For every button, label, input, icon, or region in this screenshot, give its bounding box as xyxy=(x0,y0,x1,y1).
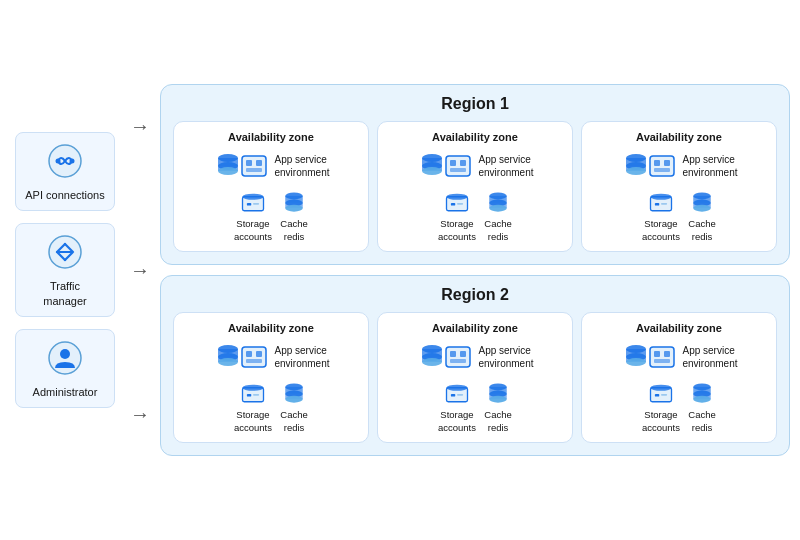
arrows-panel: → → → xyxy=(130,55,150,485)
svg-point-77 xyxy=(285,396,303,403)
region1-zone2-storage-label: Storageaccounts xyxy=(438,218,476,243)
region1-zone3-storage-label: Storageaccounts xyxy=(642,218,680,243)
svg-rect-48 xyxy=(654,160,660,166)
arrow-api: → xyxy=(130,115,150,138)
app-service-env-icon-r2z2 xyxy=(442,341,474,373)
svg-rect-29 xyxy=(446,156,470,176)
region2-zone1-title: Availability zone xyxy=(228,321,314,335)
region1-zone1-bottom: Storageaccounts Cacheredis xyxy=(234,188,308,243)
svg-rect-50 xyxy=(654,168,670,172)
region2-zone3-top: App serviceenvironment xyxy=(620,341,737,373)
region2-zone1: Availability zone xyxy=(173,312,369,443)
svg-rect-13 xyxy=(256,160,262,166)
svg-rect-84 xyxy=(450,351,456,357)
storage-accounts-icon-r2z3 xyxy=(647,379,675,407)
region1-zone3: Availability zone xyxy=(581,121,777,252)
svg-point-5 xyxy=(60,349,70,359)
cache-redis-icon2 xyxy=(484,188,512,216)
region-2-zones: Availability zone xyxy=(173,312,777,443)
svg-point-52 xyxy=(651,194,672,200)
api-connections-label: API connections xyxy=(25,188,105,202)
svg-rect-53 xyxy=(655,203,659,206)
region1-zone3-bottom: Storageaccounts Cacheredis xyxy=(642,188,716,243)
svg-point-100 xyxy=(626,358,646,366)
app-service-env-icon3 xyxy=(646,150,678,182)
region2-zone3-app-label: App serviceenvironment xyxy=(682,344,737,370)
actor-administrator: Administrator xyxy=(15,329,115,408)
svg-rect-89 xyxy=(451,394,455,397)
region1-zone2-cache: Cacheredis xyxy=(484,188,512,243)
svg-point-46 xyxy=(626,167,646,175)
svg-point-10 xyxy=(218,167,238,175)
svg-point-95 xyxy=(489,396,507,403)
app-service-icons-r2z3 xyxy=(620,341,678,373)
administrator-label: Administrator xyxy=(33,385,98,399)
region2-zone2-storage-label: Storageaccounts xyxy=(438,409,476,434)
svg-rect-67 xyxy=(256,351,262,357)
cache-redis-icon xyxy=(280,188,308,216)
region2-zone3-bottom: Storageaccounts Cacheredis xyxy=(642,379,716,434)
svg-rect-47 xyxy=(650,156,674,176)
svg-rect-17 xyxy=(247,203,251,206)
svg-rect-30 xyxy=(450,160,456,166)
app-service-env-icon-r2z1 xyxy=(238,341,270,373)
svg-point-70 xyxy=(243,385,264,391)
region1-zone1-storage: Storageaccounts xyxy=(234,188,272,243)
svg-rect-18 xyxy=(253,203,259,205)
svg-point-88 xyxy=(447,385,468,391)
svg-rect-83 xyxy=(446,347,470,367)
region2-zone1-app-label: App serviceenvironment xyxy=(274,344,329,370)
svg-rect-72 xyxy=(253,394,259,396)
app-service-icons-r2z1 xyxy=(212,341,270,373)
storage-accounts-icon2 xyxy=(443,188,471,216)
region1-zone3-cache: Cacheredis xyxy=(688,188,716,243)
architecture-diagram: API connections Trafficmanager xyxy=(0,0,800,540)
region1-zone3-storage: Storageaccounts xyxy=(642,188,680,243)
actor-traffic-manager: Trafficmanager xyxy=(15,223,115,317)
region1-zone2-cache-label: Cacheredis xyxy=(484,218,511,243)
svg-rect-101 xyxy=(650,347,674,367)
region1-zone2-top: App serviceenvironment xyxy=(416,150,533,182)
region2-zone3-storage-label: Storageaccounts xyxy=(642,409,680,434)
region-1-zones: Availability zone xyxy=(173,121,777,252)
region1-zone1-cache: Cacheredis xyxy=(280,188,308,243)
app-service-env-icon-r2z3 xyxy=(646,341,678,373)
svg-point-106 xyxy=(651,385,672,391)
svg-rect-90 xyxy=(457,394,463,396)
app-service-icons3 xyxy=(620,150,678,182)
svg-rect-107 xyxy=(655,394,659,397)
traffic-manager-icon xyxy=(47,234,83,275)
region2-zone3-cache: Cacheredis xyxy=(688,379,716,434)
svg-point-2 xyxy=(70,158,75,163)
storage-accounts-icon3 xyxy=(647,188,675,216)
region2-zone2-app-label: App serviceenvironment xyxy=(478,344,533,370)
region1-zone3-cache-label: Cacheredis xyxy=(688,218,715,243)
region2-zone1-storage-label: Storageaccounts xyxy=(234,409,272,434)
region2-zone1-cache: Cacheredis xyxy=(280,379,308,434)
region2-zone2-bottom: Storageaccounts Cacheredis xyxy=(438,379,512,434)
svg-point-23 xyxy=(285,205,303,212)
region-2-title: Region 2 xyxy=(173,286,777,304)
regions-panel: Region 1 Availability zone xyxy=(160,84,790,456)
cache-redis-icon-r2z3 xyxy=(688,379,716,407)
svg-rect-108 xyxy=(661,394,667,396)
app-service-icons-r2z2 xyxy=(416,341,474,373)
svg-rect-36 xyxy=(457,203,463,205)
svg-rect-12 xyxy=(246,160,252,166)
app-service-env-icon2 xyxy=(442,150,474,182)
region2-zone1-top: App serviceenvironment xyxy=(212,341,329,373)
traffic-manager-label: Trafficmanager xyxy=(43,279,86,308)
region2-zone1-cache-label: Cacheredis xyxy=(280,409,307,434)
region1-zone1-title: Availability zone xyxy=(228,130,314,144)
arrow-traffic: → xyxy=(130,259,150,282)
svg-rect-103 xyxy=(664,351,670,357)
region2-zone3-storage: Storageaccounts xyxy=(642,379,680,434)
svg-rect-85 xyxy=(460,351,466,357)
app-service-icons xyxy=(212,150,270,182)
storage-accounts-icon-r2z2 xyxy=(443,379,471,407)
actors-panel: API connections Trafficmanager xyxy=(10,132,120,408)
app-service-env-icon xyxy=(238,150,270,182)
svg-point-59 xyxy=(693,205,711,212)
region1-zone3-title: Availability zone xyxy=(636,130,722,144)
region1-zone2-storage: Storageaccounts xyxy=(438,188,476,243)
